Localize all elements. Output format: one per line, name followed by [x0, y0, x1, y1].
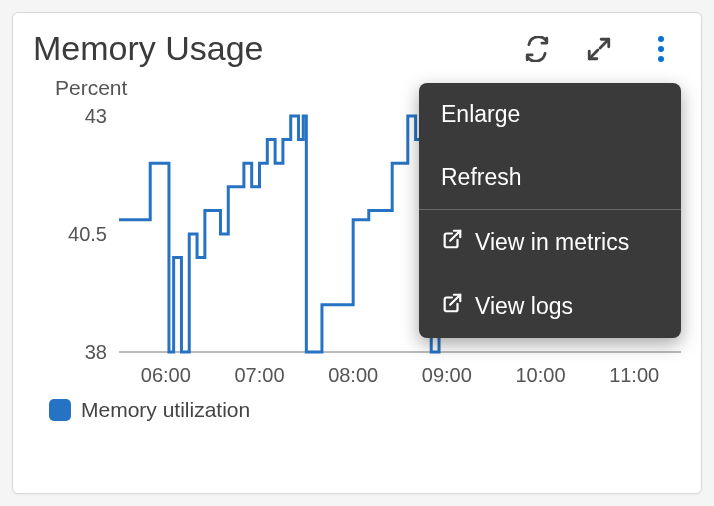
svg-text:09:00: 09:00 — [422, 364, 472, 386]
svg-text:40.5: 40.5 — [68, 223, 107, 245]
legend-swatch — [49, 399, 71, 421]
menu-enlarge-label: Enlarge — [441, 101, 520, 128]
legend-label: Memory utilization — [81, 398, 250, 422]
refresh-icon[interactable] — [523, 35, 551, 63]
svg-text:07:00: 07:00 — [234, 364, 284, 386]
menu-refresh-label: Refresh — [441, 164, 522, 191]
menu-view-metrics-label: View in metrics — [475, 229, 629, 256]
svg-text:38: 38 — [85, 341, 107, 363]
menu-enlarge[interactable]: Enlarge — [419, 83, 681, 146]
card-header: Memory Usage — [33, 29, 681, 68]
svg-text:11:00: 11:00 — [609, 364, 659, 386]
svg-text:06:00: 06:00 — [141, 364, 191, 386]
context-menu: Enlarge Refresh View in metrics — [419, 83, 681, 338]
menu-view-logs-label: View logs — [475, 293, 573, 320]
chart-toolbar — [523, 35, 681, 63]
svg-text:43: 43 — [85, 108, 107, 127]
svg-text:08:00: 08:00 — [328, 364, 378, 386]
menu-view-logs[interactable]: View logs — [419, 274, 681, 338]
legend: Memory utilization — [49, 398, 681, 422]
svg-line-13 — [450, 295, 460, 305]
svg-line-12 — [450, 231, 460, 241]
menu-kebab-icon[interactable] — [647, 35, 675, 63]
external-link-icon — [441, 292, 463, 320]
external-link-icon — [441, 228, 463, 256]
enlarge-icon[interactable] — [585, 35, 613, 63]
svg-text:10:00: 10:00 — [515, 364, 565, 386]
chart-title: Memory Usage — [33, 29, 264, 68]
chart-card: Memory Usage — [12, 12, 702, 494]
menu-view-metrics[interactable]: View in metrics — [419, 210, 681, 274]
menu-refresh[interactable]: Refresh — [419, 146, 681, 209]
